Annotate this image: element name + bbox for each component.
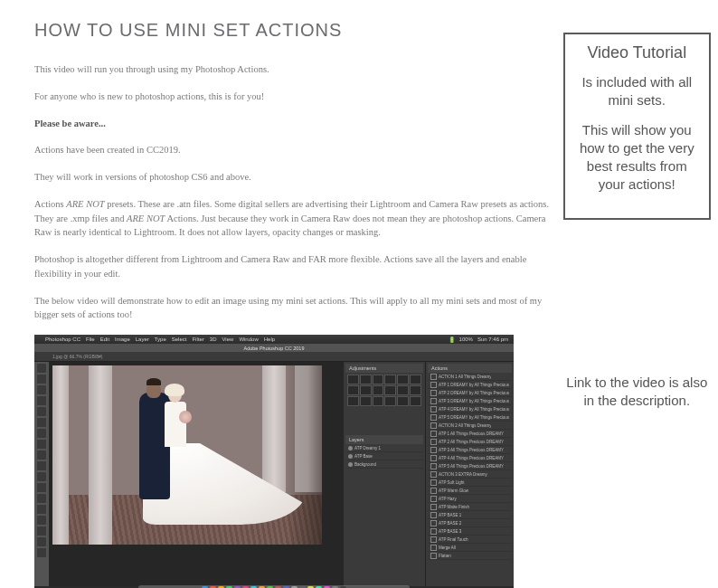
- checkbox-icon: [430, 455, 437, 461]
- checkbox-icon: [430, 512, 437, 518]
- checkbox-icon: [430, 447, 437, 453]
- action-label: ATP Warm Glow: [439, 488, 468, 493]
- menu-item: Select: [172, 337, 187, 342]
- toolbar: [34, 362, 49, 586]
- layer-row: Background: [345, 460, 423, 469]
- action-label: ACTION 2 All Things Dreamy: [439, 423, 491, 428]
- menu-status: 100%: [459, 337, 473, 343]
- layer-label: ATP Dreamy 1: [354, 446, 381, 450]
- action-row: Merge All: [428, 544, 512, 552]
- action-label: ATP BASE 1: [439, 513, 461, 517]
- menu-item: View: [222, 337, 233, 342]
- action-label: ATP 2 DREAMY by All Things Precious: [439, 391, 509, 395]
- action-label: ATP 1 DREAMY by All Things Precious: [439, 383, 509, 387]
- tool-icon: [37, 494, 46, 503]
- tool-icon: [37, 516, 46, 525]
- action-row: ATP BASE 3: [428, 527, 512, 536]
- action-label: ATP 3 All Things Precious DREAMY: [439, 448, 504, 452]
- action-label: ATP 5 All Things Precious DREAMY: [439, 464, 504, 469]
- checkbox-icon: [430, 553, 437, 559]
- photoshop-screenshot: Photoshop CC File Edit Image Layer Type …: [34, 335, 514, 588]
- photoshop-tabbar: 1.jpg @ 66.7% (RGB/8#): [34, 352, 514, 362]
- link-note: Link to the video is also in the descrip…: [563, 374, 711, 411]
- menu-clock: Sun 7:46 pm: [477, 337, 508, 343]
- mac-menubar: Photoshop CC File Edit Image Layer Type …: [34, 335, 514, 344]
- adjustments-grid: [345, 373, 423, 408]
- photoshop-titlebar: Adobe Photoshop CC 2019: [34, 344, 514, 352]
- action-row: ATP Final Touch: [428, 536, 512, 544]
- visibility-icon: [348, 446, 353, 450]
- action-row: ATP 5 DREAMY by All Things Precious: [428, 413, 512, 422]
- action-row: ATP 4 All Things Precious DREAMY: [428, 454, 512, 462]
- checkbox-icon: [430, 479, 437, 486]
- action-row: ATP BASE 1: [428, 511, 512, 519]
- checkbox-icon: [430, 488, 437, 494]
- tool-icon: [37, 505, 46, 514]
- checkbox-icon: [430, 439, 437, 445]
- tool-icon: [37, 526, 46, 536]
- checkbox-icon: [430, 545, 437, 551]
- layers-list: ATP Dreamy 1ATP BaseBackground: [345, 444, 423, 469]
- para-cc2019: Actions have been created in CC2019.: [34, 143, 554, 157]
- checkbox-icon: [430, 536, 437, 543]
- menu-item: Layer: [136, 337, 149, 342]
- checkbox-icon: [430, 398, 437, 404]
- callout-para-1: Is included with all mini sets.: [572, 73, 702, 110]
- actions-list: ACTION 1 All Things DreamyATP 1 DREAMY b…: [428, 373, 512, 560]
- canvas-area: [49, 362, 344, 586]
- tool-icon: [37, 450, 46, 460]
- action-label: ATP 4 All Things Precious DREAMY: [439, 456, 504, 460]
- layer-row: ATP Base: [345, 452, 423, 460]
- action-label: ATP BASE 3: [439, 529, 461, 534]
- action-row: ACTION 3 EXTRA Dreamy: [428, 470, 512, 479]
- para-intro-1: This video will run you through using my…: [34, 62, 554, 77]
- checkbox-icon: [430, 406, 437, 413]
- action-label: Flatten: [439, 554, 451, 558]
- panels: Adjustments Layers ATP Dreamy 1ATP BaseB…: [344, 362, 514, 586]
- callout-para-2: This will show you how to get the very b…: [572, 121, 702, 194]
- checkbox-icon: [430, 382, 437, 388]
- panel-layers-title: Layers: [345, 435, 423, 444]
- panel-actions-title: Actions: [428, 364, 512, 373]
- checkbox-icon: [430, 520, 437, 526]
- callout-box: Video Tutorial Is included with all mini…: [563, 33, 711, 220]
- checkbox-icon: [430, 496, 437, 502]
- checkbox-icon: [430, 390, 437, 396]
- menu-item: Image: [115, 337, 130, 342]
- visibility-icon: [348, 454, 353, 459]
- checkbox-icon: [430, 463, 437, 469]
- action-row: ATP 3 DREAMY by All Things Precious: [428, 397, 512, 405]
- layer-label: ATP Base: [354, 454, 373, 459]
- checkbox-icon: [430, 528, 437, 535]
- para-cs6: They will work in versions of photoshop …: [34, 170, 554, 185]
- action-label: Merge All: [439, 545, 456, 550]
- battery-icon: 🔋: [449, 337, 455, 343]
- action-label: ACTION 3 EXTRA Dreamy: [439, 472, 487, 477]
- action-label: ATP 5 DREAMY by All Things Precious: [439, 415, 509, 420]
- action-label: ATP 4 DREAMY by All Things Precious: [439, 407, 509, 412]
- tool-icon: [37, 396, 46, 405]
- action-label: ATP 2 All Things Precious DREAMY: [439, 440, 504, 444]
- action-label: ATP 1 All Things Precious DREAMY: [439, 432, 504, 436]
- action-row: ATP 5 All Things Precious DREAMY: [428, 462, 512, 470]
- checkbox-icon: [430, 504, 437, 510]
- action-label: ATP BASE 2: [439, 521, 461, 526]
- tool-icon: [37, 407, 46, 416]
- window-title: Adobe Photoshop CC 2019: [244, 346, 305, 351]
- menu-item: File: [86, 337, 95, 342]
- tool-icon: [37, 418, 46, 427]
- menu-item: Filter: [192, 337, 203, 342]
- para-warning-heading: Please be aware...: [34, 117, 554, 131]
- action-row: ATP 2 All Things Precious DREAMY: [428, 438, 512, 446]
- para-not-presets: Actions ARE NOT presets. These are .atn …: [34, 197, 554, 240]
- checkbox-icon: [430, 431, 437, 437]
- layer-label: Background: [354, 462, 376, 467]
- action-row: ACTION 2 All Things Dreamy: [428, 422, 512, 430]
- checkbox-icon: [430, 471, 437, 478]
- action-row: ATP BASE 2: [428, 519, 512, 527]
- action-label: ATP Hazy: [439, 497, 457, 501]
- panel-adjustments-title: Adjustments: [345, 364, 423, 373]
- checkbox-icon: [430, 422, 437, 429]
- tool-icon: [37, 472, 46, 481]
- action-label: ATP Matte Finish: [439, 505, 469, 509]
